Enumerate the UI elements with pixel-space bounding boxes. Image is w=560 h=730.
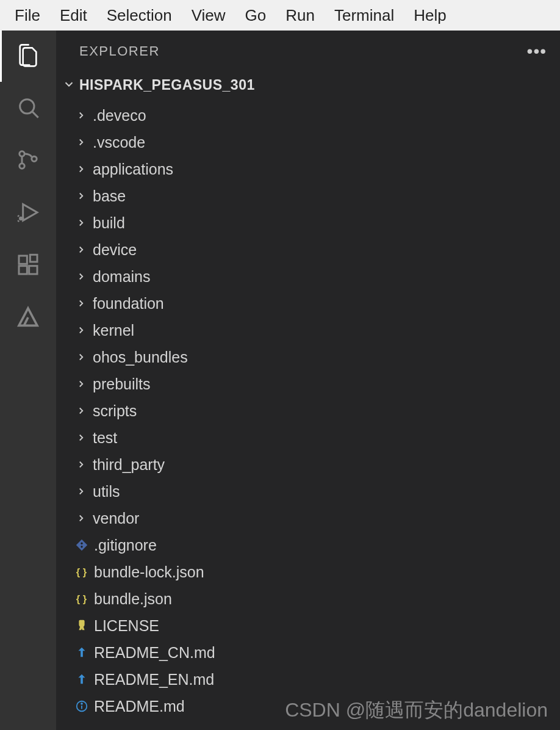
tree-item[interactable]: README.md: [56, 693, 560, 720]
item-label: prebuilts: [93, 375, 151, 393]
svg-rect-12: [29, 266, 37, 274]
chevron-right-icon: [74, 110, 88, 121]
license-icon: [74, 619, 89, 632]
svg-line-7: [18, 215, 19, 217]
tree-item[interactable]: { }bundle-lock.json: [56, 558, 560, 585]
tree-item[interactable]: utils: [56, 478, 560, 505]
tree-item[interactable]: .gitignore: [56, 532, 560, 558]
menu-run[interactable]: Run: [276, 1, 325, 30]
chevron-right-icon: [74, 486, 88, 497]
svg-marker-5: [23, 204, 37, 221]
more-actions-icon[interactable]: •••: [527, 42, 547, 61]
sidebar: EXPLORER ••• HISPARK_PEGASUS_301 .deveco…: [56, 31, 560, 730]
item-label: base: [93, 187, 126, 205]
explorer-icon[interactable]: [15, 42, 41, 68]
tree-item[interactable]: foundation: [56, 290, 560, 317]
item-label: device: [93, 241, 137, 259]
main-layout: EXPLORER ••• HISPARK_PEGASUS_301 .deveco…: [0, 31, 560, 730]
chevron-right-icon: [74, 164, 88, 175]
chevron-right-icon: [74, 432, 88, 443]
sidebar-title: EXPLORER: [79, 43, 160, 59]
md-icon: [74, 646, 89, 659]
svg-point-3: [20, 164, 24, 168]
svg-point-4: [32, 156, 37, 161]
tree-item[interactable]: base: [56, 182, 560, 209]
item-label: domains: [93, 268, 151, 286]
svg-rect-13: [30, 255, 37, 262]
item-label: ohos_bundles: [93, 349, 188, 366]
chevron-right-icon: [74, 271, 88, 282]
section-header[interactable]: HISPARK_PEGASUS_301: [56, 72, 560, 98]
menu-edit[interactable]: Edit: [50, 1, 97, 30]
triangle-icon[interactable]: [15, 304, 41, 331]
chevron-right-icon: [74, 298, 88, 309]
item-label: .gitignore: [94, 537, 157, 554]
tree-item[interactable]: .vscode: [56, 129, 560, 156]
tree-item[interactable]: device: [56, 236, 560, 263]
section-label: HISPARK_PEGASUS_301: [79, 77, 255, 93]
source-control-icon[interactable]: [15, 146, 41, 173]
menu-go[interactable]: Go: [235, 1, 276, 30]
item-label: build: [93, 214, 125, 232]
tree-item[interactable]: scripts: [56, 397, 560, 424]
tree-item[interactable]: ohos_bundles: [56, 344, 560, 370]
item-label: .vscode: [93, 134, 145, 151]
chevron-right-icon: [74, 244, 88, 255]
chevron-right-icon: [74, 137, 88, 148]
chevron-right-icon: [74, 190, 88, 201]
item-label: scripts: [93, 402, 137, 420]
tree-item[interactable]: vendor: [56, 505, 560, 532]
menubar: File Edit Selection View Go Run Terminal…: [0, 0, 560, 31]
item-label: bundle-lock.json: [94, 563, 204, 581]
chevron-right-icon: [74, 378, 88, 389]
item-label: foundation: [93, 295, 164, 313]
tree-item[interactable]: LICENSE: [56, 612, 560, 639]
tree-item[interactable]: .deveco: [56, 102, 560, 129]
svg-rect-10: [19, 256, 27, 264]
extensions-icon[interactable]: [15, 251, 41, 278]
chevron-right-icon: [74, 513, 88, 524]
item-label: utils: [93, 483, 120, 501]
svg-text:{ }: { }: [76, 593, 87, 604]
tree-item[interactable]: README_EN.md: [56, 666, 560, 693]
item-label: vendor: [93, 510, 139, 527]
menu-view[interactable]: View: [182, 1, 235, 30]
svg-point-0: [20, 99, 34, 114]
item-label: README_EN.md: [94, 671, 214, 688]
run-debug-icon[interactable]: [15, 199, 41, 226]
tree-item[interactable]: README_CN.md: [56, 639, 560, 666]
tree-item[interactable]: kernel: [56, 317, 560, 344]
tree-item[interactable]: { }bundle.json: [56, 585, 560, 612]
chevron-right-icon: [74, 217, 88, 228]
tree-item[interactable]: prebuilts: [56, 370, 560, 397]
chevron-right-icon: [74, 325, 88, 336]
menu-file[interactable]: File: [5, 1, 50, 30]
json-icon: { }: [74, 592, 89, 605]
svg-point-21: [81, 703, 82, 704]
tree-item[interactable]: applications: [56, 156, 560, 182]
activitybar: [0, 31, 56, 730]
item-label: applications: [93, 161, 173, 178]
file-tree: .deveco.vscodeapplicationsbasebuilddevic…: [56, 98, 560, 720]
tree-item[interactable]: test: [56, 424, 560, 451]
search-icon[interactable]: [15, 94, 41, 121]
svg-point-16: [81, 546, 82, 548]
chevron-right-icon: [74, 459, 88, 470]
activity-indicator: [0, 31, 2, 82]
svg-line-1: [32, 112, 38, 118]
item-label: .deveco: [93, 107, 146, 125]
svg-point-15: [81, 543, 82, 544]
chevron-right-icon: [74, 405, 88, 416]
tree-item[interactable]: build: [56, 209, 560, 236]
tree-item[interactable]: third_party: [56, 451, 560, 478]
svg-text:{ }: { }: [76, 566, 87, 577]
svg-point-2: [20, 151, 24, 156]
tree-item[interactable]: domains: [56, 263, 560, 290]
menu-help[interactable]: Help: [404, 1, 456, 30]
item-label: bundle.json: [94, 590, 172, 608]
json-icon: { }: [74, 565, 89, 579]
menu-selection[interactable]: Selection: [97, 1, 182, 30]
git-icon: [74, 538, 89, 552]
menu-terminal[interactable]: Terminal: [325, 1, 404, 30]
chevron-down-icon: [62, 78, 76, 93]
